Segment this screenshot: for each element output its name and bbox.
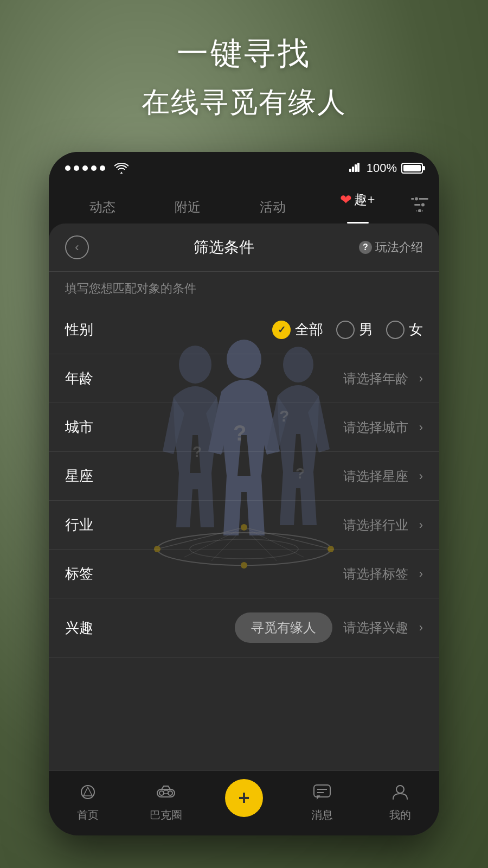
svg-rect-1 [352,167,354,172]
hero-line1: 一键寻找 [0,33,488,75]
hero-title: 一键寻找 在线寻觅有缘人 [0,33,488,122]
gender-male-radio[interactable] [336,321,355,339]
home-icon [79,784,97,805]
svg-rect-2 [355,164,357,172]
gender-label: 性别 [65,320,114,339]
status-right: 100% [349,161,423,175]
city-chevron: › [419,420,423,435]
filter-gender-row: 性别 全部 男 女 [49,305,439,354]
filter-industry-row[interactable]: 行业 请选择行业 › [49,501,439,550]
interest-tag[interactable]: 寻觅有缘人 [235,612,332,643]
dot4 [91,165,97,171]
nav-message[interactable]: 消息 [283,784,361,822]
age-select[interactable]: 请选择年龄 › [114,370,423,387]
wifi-icon [114,163,127,173]
city-label: 城市 [65,418,114,437]
svg-marker-30 [84,787,92,796]
age-placeholder: 请选择年龄 [343,370,408,387]
filter-city-row[interactable]: 城市 请选择城市 › [49,403,439,452]
svg-point-32 [159,791,164,795]
constellation-chevron: › [419,469,423,483]
svg-rect-4 [411,198,428,200]
svg-rect-34 [164,790,168,794]
dot1 [65,165,70,171]
svg-point-33 [168,791,172,795]
interest-chevron: › [419,621,423,635]
tab-dongtai[interactable]: 动态 [60,199,145,224]
heart-icon: ❤ [340,192,352,208]
constellation-label: 星座 [65,467,114,486]
add-button[interactable]: + [225,779,263,817]
tab-fujin[interactable]: 附近 [145,199,230,224]
industry-chevron: › [419,518,423,532]
gender-male-option[interactable]: 男 [336,320,373,339]
message-label: 消息 [311,808,333,822]
nav-tabs: 动态 附近 活动 ❤ 趣+ [49,184,439,224]
svg-rect-35 [314,785,330,797]
filter-rows: 性别 全部 男 女 [49,305,439,658]
battery-icon [401,163,423,174]
help-label: 玩法介绍 [375,239,423,256]
svg-point-38 [396,786,404,793]
filter-tags-row[interactable]: 标签 请选择标签 › [49,550,439,598]
age-chevron: › [419,372,423,386]
tab-qu-label: 趣+ [354,191,375,208]
gender-female-radio[interactable] [386,321,404,339]
svg-point-8 [421,203,425,207]
help-link[interactable]: ? 玩法介绍 [359,239,423,256]
filter-age-row[interactable]: 年龄 请选择年龄 › [49,354,439,403]
filter-button[interactable] [411,197,428,224]
gender-options: 全部 男 女 [114,320,423,339]
constellation-placeholder: 请选择星座 [343,468,408,485]
svg-rect-0 [349,169,351,172]
constellation-select[interactable]: 请选择星座 › [114,468,423,485]
mine-icon [391,784,409,805]
panel-header: ‹ 筛选条件 ? 玩法介绍 [49,224,439,272]
filter-interest-row[interactable]: 兴趣 寻觅有缘人 请选择兴趣 › [49,598,439,658]
bakequan-label: 巴克圈 [150,808,182,822]
tags-placeholder: 请选择标签 [343,565,408,583]
tags-chevron: › [419,567,423,581]
svg-point-9 [418,209,422,213]
panel-title: 筛选条件 [194,237,254,258]
status-bar: 100% [49,152,439,184]
filter-constellation-row[interactable]: 星座 请选择星座 › [49,452,439,501]
dot2 [74,165,79,171]
gender-male-text: 男 [359,320,373,339]
help-icon: ? [359,241,372,254]
industry-placeholder: 请选择行业 [343,516,408,534]
filter-panel: ‹ 筛选条件 ? 玩法介绍 填写您想匹配对象的条件 [49,224,439,835]
battery-percent: 100% [367,161,397,175]
interest-placeholder: 请选择兴趣 [343,619,408,636]
radio-group-gender: 全部 男 女 [272,320,423,339]
gender-female-text: 女 [409,320,423,339]
bottom-nav: 首页 巴克圈 + [49,770,439,835]
age-label: 年龄 [65,369,114,388]
dot3 [82,165,88,171]
back-button[interactable]: ‹ [65,235,89,259]
message-icon [313,784,331,805]
city-select[interactable]: 请选择城市 › [114,419,423,436]
city-placeholder: 请选择城市 [343,419,408,436]
gender-all-option[interactable]: 全部 [272,320,323,339]
mine-label: 我的 [389,808,411,822]
nav-mine[interactable]: 我的 [361,784,439,822]
svg-rect-3 [357,163,359,172]
tab-qu[interactable]: ❤ 趣+ [315,191,400,224]
phone-frame: 100% 动态 附近 活动 ❤ 趣+ [49,152,439,835]
gender-female-option[interactable]: 女 [386,320,423,339]
nav-add[interactable]: + [205,779,283,828]
industry-select[interactable]: 请选择行业 › [114,516,423,534]
gender-all-text: 全部 [295,320,323,339]
panel-subtitle: 填写您想匹配对象的条件 [49,272,439,305]
svg-point-7 [414,197,419,201]
interest-content: 寻觅有缘人 请选择兴趣 › [114,612,423,643]
nav-bakequan[interactable]: 巴克圈 [127,784,205,822]
gender-all-radio[interactable] [272,321,291,339]
home-label: 首页 [77,808,99,822]
tab-huodong[interactable]: 活动 [230,199,315,224]
signal-dots [65,163,127,173]
tags-select[interactable]: 请选择标签 › [114,565,423,583]
nav-home[interactable]: 首页 [49,784,127,822]
industry-label: 行业 [65,515,114,534]
